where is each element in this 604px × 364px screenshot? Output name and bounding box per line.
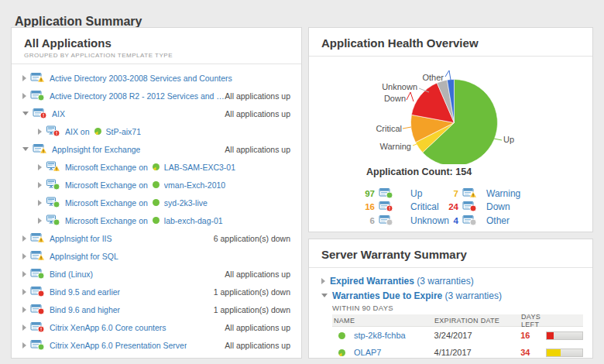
legend-item-warning: 7 Warning [444, 187, 584, 201]
host-link[interactable]: LAB-SAM-EXC3-01 [164, 163, 235, 172]
server-link[interactable]: OLAP7 [354, 348, 381, 357]
chevron-down-icon[interactable] [22, 112, 29, 115]
legend-count: 97 [353, 189, 375, 198]
tree-row: AppInsight for ExchangeAll applications … [12, 140, 301, 158]
server-link[interactable]: stp-2k8-fchba [354, 331, 406, 340]
node-status-icon [338, 349, 346, 357]
application-tree: Active Directory 2003-2008 Services and … [12, 64, 301, 354]
all-applications-subtitle: GROUPED BY APPLICATION TEMPLATE TYPE [24, 52, 289, 59]
pie-leader-down [407, 92, 414, 101]
column-header-expiration: EXPIRATION DATE [434, 317, 521, 325]
application-status-text: All applications up [225, 323, 301, 332]
application-link[interactable]: AppInsight for IIS [50, 234, 112, 243]
all-applications-panel: All Applications GROUPED BY APPLICATION … [11, 27, 302, 359]
tree-row: Microsoft Exchange onLAB-SAM-EXC3-01 [12, 158, 301, 176]
application-link[interactable]: Active Directory 2003-2008 Services and … [50, 74, 232, 83]
health-title: Application Health Overview [321, 36, 580, 50]
application-link[interactable]: AIX [52, 109, 65, 118]
application-template-icon [30, 286, 45, 297]
legend-link-down[interactable]: Down [486, 201, 510, 212]
chevron-right-icon[interactable] [22, 75, 26, 81]
application-template-icon [30, 321, 45, 333]
application-link[interactable]: AIX on [65, 127, 90, 136]
server-icon [46, 215, 60, 226]
health-header: Application Health Overview [309, 28, 592, 57]
tree-row: Active Directory 2008 R2 - 2012 Services… [12, 87, 301, 105]
pie-leader-other [445, 70, 451, 80]
application-link[interactable]: Bind 9.6 and higher [50, 305, 120, 314]
chevron-right-icon[interactable] [22, 307, 26, 313]
chevron-down-icon[interactable] [321, 294, 328, 297]
table-row: OLAP74/11/201734 [332, 344, 583, 359]
expiration-date: 4/11/2017 [434, 348, 521, 357]
days-left-bar [546, 331, 583, 340]
application-link[interactable]: Citrix XenApp 6.0 Core counters [50, 323, 166, 332]
warranty-section-due[interactable]: Warranties Due to Expire (3 warranties) [321, 288, 580, 303]
tree-row: Bind (Linux)All applications up [12, 265, 301, 283]
tree-row: Microsoft Exchange onlab-exch-dag-01 [12, 211, 301, 229]
application-link[interactable]: Microsoft Exchange on [65, 163, 148, 172]
application-link[interactable]: Active Directory 2008 R2 - 2012 Services… [50, 91, 225, 101]
application-template-icon [30, 304, 45, 315]
all-applications-header: All Applications GROUPED BY APPLICATION … [12, 28, 301, 64]
node-status-icon [152, 216, 160, 225]
chevron-right-icon[interactable] [22, 271, 26, 277]
days-left-bar [546, 349, 583, 357]
chevron-right-icon[interactable] [22, 235, 26, 242]
pie-label-down: Down [384, 94, 406, 103]
legend-link-warning[interactable]: Warning [486, 188, 520, 199]
application-template-icon [30, 72, 45, 84]
application-status-text: 1 application(s) down [214, 287, 301, 297]
host-link[interactable]: StP-aix71 [106, 127, 142, 136]
server-status-icon [334, 331, 350, 340]
expired-warranties-link[interactable]: Expired Warranties [330, 276, 414, 287]
chevron-right-icon[interactable] [38, 218, 42, 224]
tree-row: Active Directory 2003-2008 Services and … [12, 69, 301, 87]
server-warranty-panel: Server Warranty Summary Expired Warranti… [308, 239, 593, 359]
application-link[interactable]: AppInsight for SQL [50, 252, 118, 261]
table-row: stp-2k8-fchba3/24/201716 [332, 327, 583, 344]
chevron-right-icon[interactable] [22, 289, 26, 295]
application-link[interactable]: Microsoft Exchange on [65, 180, 148, 190]
chevron-right-icon[interactable] [22, 93, 26, 99]
chevron-right-icon[interactable] [38, 182, 42, 188]
chevron-right-icon[interactable] [38, 200, 42, 206]
chevron-right-icon[interactable] [38, 129, 42, 135]
chevron-down-icon[interactable] [22, 147, 29, 151]
expiration-date: 3/24/2017 [434, 331, 521, 340]
server-icon [46, 197, 60, 208]
warranty-table: NAME EXPIRATION DATE DAYS LEFT stp-2k8-f… [332, 314, 583, 359]
application-link[interactable]: Microsoft Exchange on [65, 216, 148, 225]
chevron-right-icon[interactable] [22, 253, 26, 259]
chevron-right-icon[interactable] [22, 325, 26, 331]
application-link[interactable]: Citrix XenApp 6.0 Presentation Server [50, 341, 187, 350]
application-link[interactable]: Bind (Linux) [50, 270, 93, 279]
legend-link-other[interactable]: Other [486, 215, 510, 226]
chevron-right-icon[interactable] [22, 342, 26, 349]
pie-label-critical: Critical [376, 124, 402, 133]
application-health-panel: Application Health Overview UpWarningCri… [308, 27, 593, 232]
health-legend-column-2: 7 Warning24 Down4 Other [444, 187, 584, 228]
application-template-icon [33, 143, 47, 155]
legend-link-unknown[interactable]: Unknown [410, 215, 449, 226]
application-status-text: All applications up [225, 341, 301, 350]
warranty-header: Server Warranty Summary [309, 239, 592, 268]
warranty-section-expired[interactable]: Expired Warranties (3 warranties) [321, 273, 580, 288]
application-template-icon [30, 268, 45, 280]
health-pie-chart: UpWarningCriticalDownUnknownOther [315, 67, 588, 164]
application-count-label: Application Count: 154 [366, 167, 472, 177]
warranties-due-link[interactable]: Warranties Due to Expire [332, 290, 442, 301]
chevron-right-icon[interactable] [38, 164, 42, 170]
application-link[interactable]: AppInsight for Exchange [52, 145, 140, 154]
application-template-icon [379, 201, 393, 212]
application-link[interactable]: Microsoft Exchange on [65, 198, 148, 208]
chevron-right-icon[interactable] [321, 278, 325, 284]
application-link[interactable]: Bind 9.5 and earlier [50, 287, 120, 297]
legend-link-up[interactable]: Up [410, 188, 422, 199]
tree-row: Bind 9.6 and higher1 application(s) down [12, 300, 301, 318]
host-link[interactable]: vman-Exch-2010 [164, 180, 225, 190]
host-link[interactable]: lab-exch-dag-01 [164, 216, 223, 225]
host-link[interactable]: syd-2k3-live [164, 198, 208, 208]
application-template-icon [379, 215, 393, 226]
legend-link-critical[interactable]: Critical [410, 201, 439, 212]
